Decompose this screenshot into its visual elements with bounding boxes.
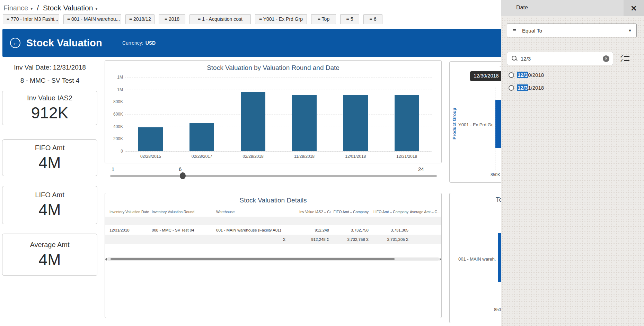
main-chart-bar[interactable] bbox=[292, 95, 317, 151]
back-button[interactable]: ← bbox=[10, 38, 20, 48]
clear-search-icon[interactable]: × bbox=[603, 55, 609, 62]
date-filter-panel: Date × = Equal To ▼ × ✓ ✓ 12/30/2018 12/… bbox=[501, 0, 644, 326]
breadcrumb-section[interactable]: Finance bbox=[3, 4, 28, 12]
scrollbar-thumb[interactable] bbox=[111, 258, 395, 260]
filter-panel-header: Date × bbox=[501, 0, 644, 16]
details-table-title: Stock Valuation Details bbox=[105, 197, 441, 204]
slider-min-label: 1 bbox=[112, 166, 114, 172]
column-header[interactable]: Average Amt – C... bbox=[410, 210, 442, 214]
x-axis-label: 02/28/2017 bbox=[185, 154, 219, 159]
search-input[interactable] bbox=[521, 56, 590, 62]
search-match-highlight: 12/3 bbox=[517, 84, 528, 91]
operator-dropdown[interactable]: = Equal To ▼ bbox=[507, 24, 637, 37]
search-icon bbox=[511, 55, 518, 62]
scroll-left-icon[interactable] bbox=[105, 258, 107, 261]
date-search-box[interactable]: × bbox=[507, 52, 613, 65]
column-header[interactable]: FIFO Amt – Company bbox=[330, 210, 370, 214]
main-chart-title: Stock Valuation by Valuation Round and D… bbox=[105, 64, 441, 72]
cell-inventory-valuation-round: 008 - MMC - SV Test 04 bbox=[152, 228, 216, 232]
page-title: Stock Valuation bbox=[26, 37, 102, 49]
table-stripe-row bbox=[105, 217, 441, 226]
category-label: 001 - MAIN wareh... bbox=[458, 256, 496, 262]
kpi-label: LIFO Amt bbox=[35, 191, 64, 199]
filter-chip-acquisition-cost[interactable]: = 1 - Acquisition cost bbox=[189, 14, 251, 24]
details-table-card: Stock Valuation Details Inventory Valuat… bbox=[105, 193, 442, 318]
details-table: Inventory Valuation Date Inventory Valua… bbox=[105, 207, 441, 244]
y-axis-tick: 200K bbox=[107, 136, 123, 141]
gridline bbox=[125, 77, 432, 78]
inv-val-date-label: Inv Val Date: 12/31/2018 bbox=[0, 64, 100, 71]
y-axis-tick: 1M bbox=[107, 87, 123, 92]
gridline bbox=[125, 90, 432, 90]
y-axis-tick: 400K bbox=[107, 124, 123, 129]
main-chart-bar[interactable] bbox=[189, 123, 214, 151]
x-axis-label: 02/28/2015 bbox=[133, 154, 168, 159]
column-header[interactable]: Inventory Valuation Date bbox=[109, 210, 152, 214]
stock-valuation-dashboard: Finance ▾ / Stock Valuation ▾ = 770 - In… bbox=[0, 0, 644, 326]
filter-chip-period[interactable]: = 2018/12 bbox=[125, 14, 155, 24]
operator-value: Equal To bbox=[522, 28, 542, 34]
back-arrow-icon: ← bbox=[12, 39, 18, 47]
filter-chip-year[interactable]: = 2018 bbox=[159, 14, 185, 24]
option-label: 12/31/2018 bbox=[517, 85, 544, 91]
chart-tooltip: 12/30/2018 bbox=[470, 71, 502, 81]
option-label-rest: 0/2018 bbox=[528, 72, 544, 78]
kpi-card-fifo-amt[interactable]: FIFO Amt 4M bbox=[2, 139, 97, 176]
table-row[interactable]: 12/31/2018 008 - MMC - SV Test 04 001 - … bbox=[105, 226, 441, 235]
filter-chip-6[interactable]: = 6 bbox=[363, 14, 382, 24]
filter-chip-warehouse[interactable]: = 001 - MAIN warehou... bbox=[63, 14, 121, 24]
page-header: ← Stock Valuation Currency: USD bbox=[2, 29, 501, 57]
date-option-12-30-2018[interactable]: 12/30/2018 bbox=[509, 72, 544, 78]
y-axis-tick: 0 bbox=[107, 149, 123, 154]
gridline bbox=[125, 151, 432, 152]
slider-track[interactable] bbox=[110, 175, 437, 177]
y-axis-tick: 800K bbox=[107, 99, 123, 104]
table-header-row: Inventory Valuation Date Inventory Valua… bbox=[105, 207, 441, 217]
cell-fifo-amt: 3,732,758 bbox=[330, 228, 370, 232]
scroll-right-icon[interactable] bbox=[440, 258, 441, 261]
y-axis-tick: 600K bbox=[107, 112, 123, 117]
radio-icon[interactable] bbox=[509, 72, 514, 78]
main-chart-bar[interactable] bbox=[395, 95, 419, 151]
main-chart-bar[interactable] bbox=[138, 127, 163, 151]
kpi-card-inv-value-ias2[interactable]: Inv Value IAS2 912K bbox=[2, 91, 97, 125]
column-header[interactable]: Inventory Valuation Round bbox=[152, 210, 216, 214]
gridline bbox=[125, 139, 432, 139]
kpi-card-average-amt[interactable]: Average Amt 4M bbox=[2, 234, 97, 276]
close-button[interactable]: × bbox=[624, 0, 644, 16]
column-header[interactable]: Inv Value IAS2 – Company bbox=[299, 210, 330, 214]
filter-chip-product-group[interactable]: = Y001 - Ex Prd Grp bbox=[255, 14, 307, 24]
slider-current-label: 6 bbox=[179, 166, 182, 172]
date-option-12-31-2018[interactable]: 12/31/2018 bbox=[509, 85, 544, 91]
slider-thumb[interactable] bbox=[180, 172, 186, 179]
chevron-down-icon[interactable]: ▾ bbox=[95, 6, 97, 11]
breadcrumb-page[interactable]: Stock Valuation bbox=[43, 4, 93, 12]
filter-chip-5[interactable]: = 5 bbox=[340, 14, 359, 24]
horizontal-scrollbar[interactable] bbox=[107, 257, 439, 261]
kpi-value: 4M bbox=[39, 250, 61, 269]
main-chart-bar[interactable] bbox=[241, 92, 265, 151]
filter-chip-company[interactable]: = 770 - Infor M3 Fashi... bbox=[3, 14, 59, 24]
search-match-highlight: 12/3 bbox=[517, 72, 528, 78]
column-header[interactable]: LIFO Amt – Company bbox=[370, 210, 410, 214]
kpi-label: Inv Value IAS2 bbox=[27, 94, 72, 102]
kpi-label: FIFO Amt bbox=[35, 144, 65, 152]
multiselect-icon[interactable]: ✓ ✓ bbox=[620, 54, 630, 63]
valuation-round-label: 8 - MMC - SV Test 4 bbox=[0, 77, 100, 84]
x-axis-label: 02/28/2018 bbox=[236, 154, 271, 159]
table-totals-row: Σ 912,248 Σ 3,732,758 Σ 3,731,305 Σ bbox=[105, 235, 441, 244]
column-header[interactable]: Warehouse bbox=[216, 210, 299, 214]
kpi-label: Average Amt bbox=[30, 241, 69, 249]
kpi-value: 4M bbox=[39, 153, 61, 172]
kpi-card-lifo-amt[interactable]: LIFO Amt 4M bbox=[2, 186, 97, 224]
total-inv-value: 912,248 Σ bbox=[299, 237, 330, 242]
chevron-down-icon[interactable]: ▾ bbox=[30, 6, 33, 11]
filter-chip-top[interactable]: = Top bbox=[311, 14, 336, 24]
radio-icon[interactable] bbox=[509, 85, 514, 91]
chart-zoom-slider: 1 6 24 bbox=[105, 164, 442, 180]
currency-label: Currency: bbox=[122, 40, 143, 46]
filter-panel-title: Date bbox=[516, 4, 528, 11]
main-chart-bar[interactable] bbox=[343, 95, 368, 151]
option-label-rest: 1/2018 bbox=[528, 85, 544, 91]
sigma-icon: Σ bbox=[216, 237, 299, 242]
